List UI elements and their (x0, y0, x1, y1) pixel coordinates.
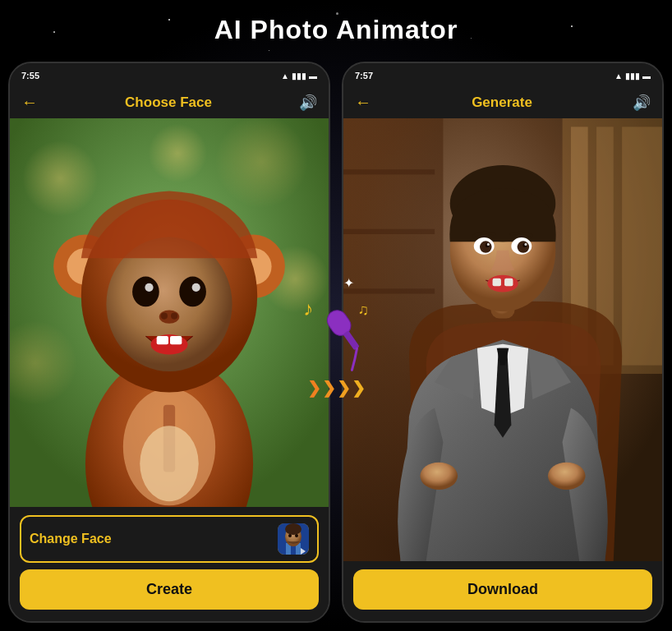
svg-point-56 (524, 243, 527, 246)
svg-rect-41 (622, 127, 662, 365)
signal-icon: ▮▮▮ (292, 71, 306, 81)
right-phone: 7:57 ▲ ▮▮▮ ▬ ← Generate 🔊 (342, 62, 664, 623)
left-image-area (10, 118, 329, 507)
phones-container: 7:55 ▲ ▮▮▮ ▬ ← Choose Face 🔊 (8, 62, 664, 623)
svg-point-55 (487, 243, 490, 246)
right-status-time: 7:57 (355, 71, 373, 81)
right-battery-icon: ▬ (642, 71, 651, 81)
left-sound-button[interactable]: 🔊 (299, 94, 317, 112)
svg-point-1 (22, 140, 98, 216)
right-nav-bar: ← Generate 🔊 (343, 86, 662, 118)
monkey-child-image (10, 118, 329, 507)
right-signal-icon: ▮▮▮ (625, 71, 640, 81)
left-status-icons: ▲ ▮▮▮ ▬ (281, 71, 317, 81)
page-title: AI Photo Animator (0, 15, 672, 45)
svg-rect-43 (343, 169, 435, 174)
right-back-button[interactable]: ← (355, 93, 371, 112)
right-phone-bottom: Download (343, 561, 662, 621)
face-thumbnail (278, 523, 309, 555)
battery-icon: ▬ (309, 71, 317, 81)
right-sound-button[interactable]: 🔊 (633, 94, 651, 112)
download-button[interactable]: Download (353, 569, 652, 610)
right-nav-title: Generate (472, 94, 532, 111)
svg-point-21 (151, 334, 188, 355)
left-status-bar: 7:55 ▲ ▮▮▮ ▬ (10, 63, 329, 86)
svg-point-5 (148, 124, 206, 182)
svg-point-32 (295, 534, 298, 537)
left-nav-bar: ← Choose Face 🔊 (10, 86, 329, 118)
svg-point-57 (487, 275, 518, 292)
right-wifi-icon: ▲ (614, 71, 623, 81)
left-status-time: 7:55 (21, 71, 39, 81)
right-status-bar: 7:57 ▲ ▮▮▮ ▬ (343, 63, 662, 86)
svg-point-19 (161, 313, 168, 320)
svg-rect-45 (343, 288, 435, 293)
svg-point-20 (171, 313, 177, 320)
svg-point-16 (145, 283, 153, 292)
right-status-icons: ▲ ▮▮▮ ▬ (614, 71, 651, 81)
svg-point-31 (288, 534, 292, 537)
svg-rect-22 (157, 336, 168, 344)
svg-point-52 (518, 241, 530, 253)
svg-point-17 (192, 283, 200, 292)
change-face-button[interactable]: Change Face (20, 515, 319, 563)
svg-rect-59 (504, 279, 513, 286)
svg-point-15 (179, 277, 206, 307)
svg-rect-58 (493, 279, 501, 286)
svg-point-60 (420, 463, 458, 490)
left-phone: 7:55 ▲ ▮▮▮ ▬ ← Choose Face 🔊 (8, 62, 330, 623)
svg-point-30 (285, 523, 301, 535)
wifi-icon: ▲ (281, 71, 289, 81)
svg-rect-23 (170, 336, 182, 344)
man-suit-image (343, 118, 662, 561)
messi-face-svg (278, 523, 309, 555)
svg-point-14 (132, 277, 159, 307)
left-phone-bottom: Change Face (10, 507, 329, 621)
svg-point-25 (140, 426, 198, 501)
svg-point-2 (215, 118, 307, 208)
svg-rect-44 (343, 229, 435, 234)
right-image-area (343, 118, 662, 561)
svg-point-51 (480, 241, 492, 253)
left-back-button[interactable]: ← (21, 93, 38, 112)
create-button[interactable]: Create (20, 569, 319, 610)
change-face-label: Change Face (30, 532, 112, 546)
svg-point-61 (548, 463, 586, 490)
left-nav-title: Choose Face (125, 94, 212, 111)
